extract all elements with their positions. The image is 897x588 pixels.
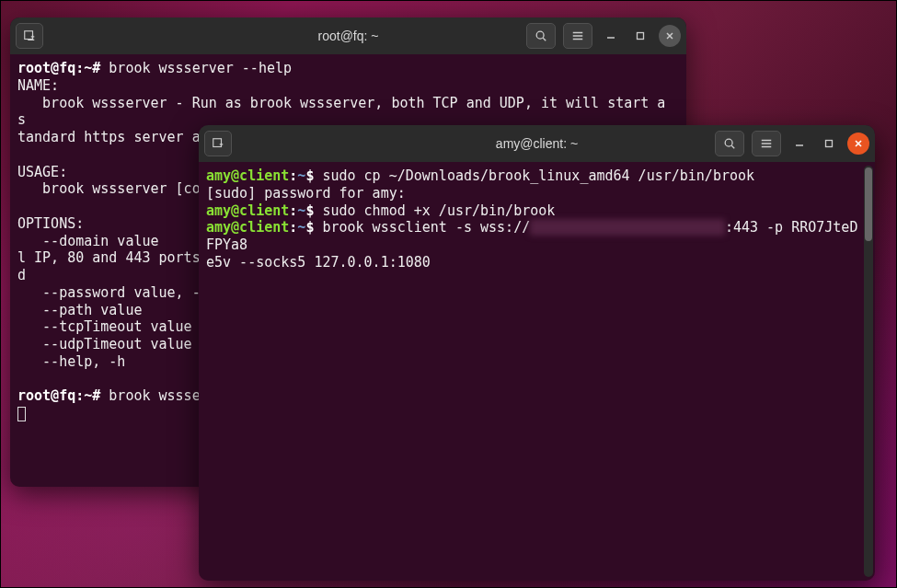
command-text: brook wssserver --help: [109, 60, 292, 76]
svg-point-17: [725, 139, 732, 146]
maximize-button[interactable]: [818, 133, 840, 155]
svg-rect-0: [25, 31, 33, 40]
output-text: [sudo] password for amy:: [206, 185, 406, 202]
search-button[interactable]: [526, 23, 556, 49]
redacted-hostname: xxxxxxxxxxxxxxxxxxxxxxx: [530, 219, 725, 236]
scrollbar[interactable]: [864, 166, 873, 577]
cursor: [17, 407, 26, 421]
minimize-icon: [606, 31, 615, 40]
maximize-icon: [636, 31, 645, 40]
svg-rect-14: [213, 139, 222, 147]
prompt-user: amy@client: [206, 167, 289, 184]
prompt-dollar: $: [305, 219, 322, 236]
prompt-colon: :: [289, 167, 297, 184]
svg-line-6: [543, 38, 546, 40]
prompt: root@fq:~#: [17, 387, 109, 404]
search-icon: [723, 137, 736, 150]
command-text: sudo cp ~/Downloads/brook_linux_amd64 /u…: [322, 167, 754, 184]
search-button[interactable]: [715, 131, 744, 156]
prompt: root@fq:~#: [17, 60, 109, 76]
prompt-dollar: $: [305, 202, 322, 219]
svg-rect-23: [826, 141, 833, 147]
new-tab-button[interactable]: [204, 131, 232, 156]
svg-point-5: [536, 31, 544, 39]
command-text: e5v --socks5 127.0.0.1:1080: [206, 254, 431, 271]
new-tab-button[interactable]: [16, 23, 43, 49]
command-text: brook wssclient -s wss://: [322, 219, 530, 236]
terminal-window-front: amy@client: ~ amy@client:~$ sudo cp ~/Do…: [199, 125, 875, 581]
minimize-button[interactable]: [788, 133, 811, 155]
svg-line-18: [731, 145, 734, 148]
prompt-user: amy@client: [206, 202, 289, 219]
maximize-button[interactable]: [629, 25, 651, 47]
svg-rect-11: [638, 33, 644, 40]
scrollbar-thumb[interactable]: [865, 167, 872, 241]
output-text: OPTIONS: --domain value l IP, 80 and 443…: [17, 215, 209, 370]
command-text: sudo chmod +x /usr/bin/brook: [322, 202, 555, 219]
titlebar-front: amy@client: ~: [199, 125, 875, 162]
prompt-user: amy@client: [206, 219, 289, 236]
prompt-colon: :: [289, 202, 297, 219]
new-tab-icon: [212, 137, 224, 150]
maximize-icon: [824, 139, 834, 148]
close-icon: [854, 139, 863, 148]
prompt-colon: :: [289, 219, 297, 236]
new-tab-icon: [23, 29, 36, 42]
menu-button[interactable]: [563, 23, 592, 49]
menu-button[interactable]: [752, 131, 781, 156]
titlebar-back: root@fq: ~: [10, 17, 686, 54]
menu-icon: [760, 137, 773, 150]
search-icon: [535, 29, 547, 42]
minimize-icon: [795, 139, 804, 148]
menu-icon: [571, 29, 584, 42]
terminal-body-front[interactable]: amy@client:~$ sudo cp ~/Downloads/brook_…: [199, 162, 875, 581]
minimize-button[interactable]: [600, 25, 622, 47]
prompt-dollar: $: [305, 167, 322, 184]
close-button[interactable]: [847, 133, 869, 155]
close-button[interactable]: [659, 25, 681, 47]
command-text: brook wssse: [109, 387, 200, 404]
close-icon: [665, 31, 674, 40]
